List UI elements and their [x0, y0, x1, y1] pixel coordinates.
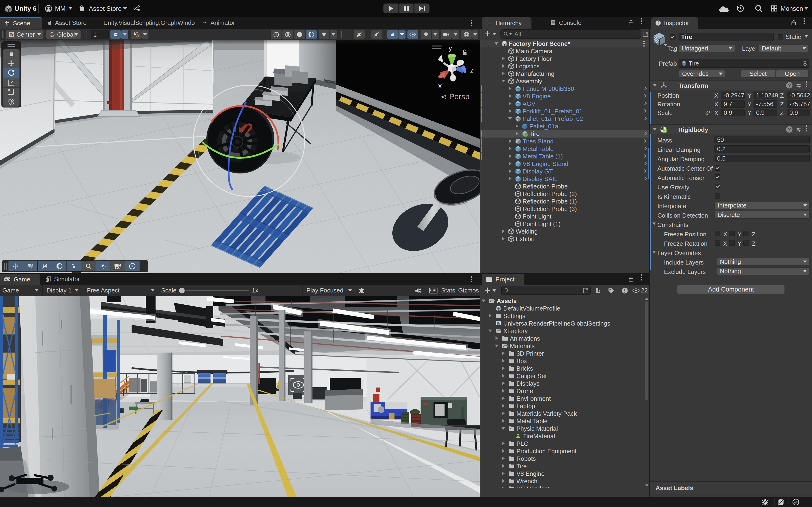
svg-text:Y: Y — [115, 35, 117, 38]
